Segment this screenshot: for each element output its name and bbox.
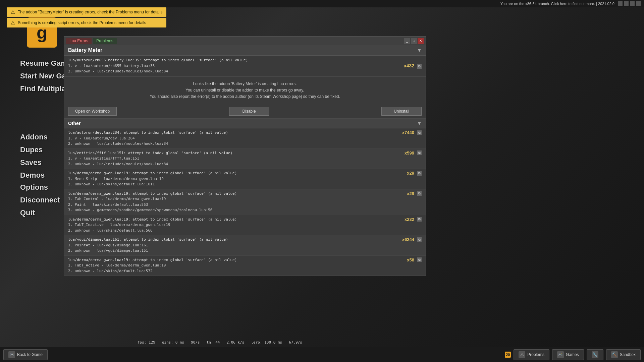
sidebar-section2: Addons Dupes Saves Demos <box>20 131 48 181</box>
branch-notice[interactable]: You are on the x86-64 branch. Click here… <box>500 2 614 6</box>
error-list[interactable]: lua/autorun/dev.lua:284: attempt to inde… <box>64 128 426 276</box>
error-main-line-4: lua/derma/derma_gwen.lua:19: attempt to … <box>68 217 401 223</box>
error-count-2: x29⧉ <box>407 171 422 176</box>
sandbox-icon-btn[interactable]: 🔧 <box>587 349 603 360</box>
error-sub-line-3-0: 1. Tab_Control - lua/derma/derma_gwen.lu… <box>68 196 404 202</box>
battery-error-text: lua/autorun/rb655_battery.lua:35: attemp… <box>68 58 404 74</box>
tab-problems[interactable]: Problems <box>93 38 117 44</box>
problems-button[interactable]: ⚠ Problems <box>514 349 549 360</box>
dialog-titlebar: Lua Errors Problems _ □ ✕ <box>64 37 426 45</box>
back-to-game-icon: 🎮 <box>8 351 15 358</box>
uninstall-button[interactable]: Uninstall <box>381 107 422 116</box>
copy-icon-6[interactable]: ⧉ <box>417 257 422 262</box>
battery-info-line-2: You can uninstall or disable the addon t… <box>68 87 422 94</box>
restore-icon[interactable] <box>630 1 635 6</box>
warning-banners: ⚠ The addon "BatteryMeter" is creating e… <box>7 7 166 27</box>
error-sub-line-2-0: 1. Menu_Strip - lua/derma/derma_gwen.lua… <box>68 176 404 182</box>
sidebar-item-dupes[interactable]: Dupes <box>20 144 48 156</box>
problems-icon: ⚠ <box>519 351 525 358</box>
battery-info-line-1: Looks like the addon 'Battery Meter' is … <box>68 81 422 87</box>
dialog-close-button[interactable]: ✕ <box>418 38 424 44</box>
warning-text-1: The addon "BatteryMeter" is creating err… <box>18 10 162 14</box>
sidebar-item-quit[interactable]: Quit <box>20 207 60 219</box>
net-stat: 2.06 k/s <box>226 340 244 345</box>
stats-bar: fps: 129 gins: 0 ns 90/s tn: 44 2.06 k/s… <box>134 337 644 347</box>
back-to-game-label: Back to Game <box>17 352 43 357</box>
copy-icon-3[interactable]: ⧉ <box>417 191 422 196</box>
error-sub-line-1-1: 2. unknown - lua/includes/modules/hook.l… <box>68 162 401 167</box>
games-icon: 🎮 <box>557 351 564 358</box>
error-sub-line-3-1: 2. Paint - lua/skins/default.lua:553 <box>68 202 404 208</box>
battery-error-line-1: 1. v - lua/autorun/rb655_battery.lua:35 <box>68 63 404 69</box>
battery-error-block: lua/autorun/rb655_battery.lua:35: attemp… <box>64 56 426 77</box>
copy-icon-2[interactable]: ⧉ <box>417 171 422 176</box>
error-count-1: x599⧉ <box>405 150 422 156</box>
battery-error-main: lua/autorun/rb655_battery.lua:35: attemp… <box>68 58 404 63</box>
warning-banner-2[interactable]: ⚠ Something is creating script errors, c… <box>7 18 166 27</box>
error-list-item-3: lua/derma/derma_gwen.lua:19: attempt to … <box>64 189 426 215</box>
error-item-text-3: lua/derma/derma_gwen.lua:19: attempt to … <box>68 191 404 213</box>
error-count-3: x29⧉ <box>407 191 422 196</box>
error-main-line-5: lua/vgui/dimage.lua:161: attempt to inde… <box>68 237 399 243</box>
warning-icon-2: ⚠ <box>11 20 15 25</box>
games-button[interactable]: 🎮 Games <box>552 349 584 360</box>
warning-banner-1[interactable]: ⚠ The addon "BatteryMeter" is creating e… <box>7 7 166 17</box>
error-sub-line-4-1: 2. unknown - lua/skins/default.lua:566 <box>68 228 401 234</box>
error-count-6: x58⧉ <box>407 257 422 262</box>
maximize-icon[interactable] <box>624 1 629 6</box>
perf2-stat: 67.9/s <box>289 340 302 345</box>
error-sub-line-6-0: 1. TabT_Active - lua/derma/derma_gwen.lu… <box>68 263 404 268</box>
top-bar: You are on the x86-64 branch. Click here… <box>0 0 644 7</box>
error-sub-line-5-0: 1. PaintAt - lua/vgui/dimage.lua:161 <box>68 243 399 248</box>
error-sub-line-3-2: 3. unknown - gamemodes/sandbox/gamemode/… <box>68 207 404 213</box>
error-sub-line-5-1: 2. unknown - lua/vgui/dimage.lua:151 <box>68 248 399 254</box>
sidebar-item-saves[interactable]: Saves <box>20 157 48 168</box>
error-main-line-3: lua/derma/derma_gwen.lua:19: attempt to … <box>68 191 404 197</box>
error-item-text-4: lua/derma/derma_gwen.lua:19: attempt to … <box>68 217 401 234</box>
open-workshop-button[interactable]: Open on Workshop <box>68 107 117 116</box>
error-sub-line-2-1: 2. unknown - lua/skins/default.lua:1011 <box>68 182 404 187</box>
top-bar-icons <box>618 1 641 6</box>
battery-copy-icon[interactable]: ⧉ <box>417 64 422 69</box>
sidebar-item-demos[interactable]: Demos <box>20 170 48 181</box>
fps-stat: fps: 129 <box>138 340 155 345</box>
battery-error-row: lua/autorun/rb655_battery.lua:35: attemp… <box>68 58 422 74</box>
copy-icon-4[interactable]: ⧉ <box>417 217 422 222</box>
error-list-item-1: lua/entities/ffff.lua:151: attempt to in… <box>64 149 426 169</box>
sidebar-item-disconnect[interactable]: Disconnect <box>20 194 60 206</box>
error-sub-line-4-0: 1. TabT_Inactive - lua/derma/derma_gwen.… <box>68 222 401 228</box>
disable-button[interactable]: Disable <box>229 107 269 116</box>
copy-icon-0[interactable]: ⧉ <box>417 130 422 135</box>
battery-meter-title: Battery Meter <box>68 47 102 53</box>
lua-errors-dialog: Lua Errors Problems _ □ ✕ Battery Meter … <box>64 36 426 276</box>
dialog-minimize-button[interactable]: _ <box>404 38 410 44</box>
sandbox-button[interactable]: 🔨 Sandbox <box>606 349 641 360</box>
warning-icon-1: ⚠ <box>11 9 15 15</box>
error-list-item-4: lua/derma/derma_gwen.lua:19: attempt to … <box>64 215 426 236</box>
copy-icon-1[interactable]: ⧉ <box>417 150 422 155</box>
back-to-game-button[interactable]: 🎮 Back to Game <box>3 349 48 360</box>
perf1-stat: 90/s <box>191 340 200 345</box>
copy-icon-5[interactable]: ⧉ <box>417 237 422 242</box>
minimize-icon[interactable] <box>618 1 623 6</box>
close-icon[interactable] <box>636 1 641 6</box>
error-sub-line-0-0: 1. v - lua/autorun/dev.lua:284 <box>68 136 399 141</box>
battery-info-line-3: You should also report the error(s) to t… <box>68 94 422 100</box>
error-list-item-0: lua/autorun/dev.lua:284: attempt to inde… <box>64 128 426 149</box>
dialog-maximize-button[interactable]: □ <box>411 38 417 44</box>
sandbox-btn-icon: 🔨 <box>611 351 618 358</box>
error-item-text-6: lua/derma/derma_gwen.lua:19: attempt to … <box>68 257 404 274</box>
gins-stat: gins: 0 ns <box>162 340 184 345</box>
sidebar-item-options[interactable]: Options <box>20 182 60 193</box>
other-section-collapse-arrow[interactable]: ▼ <box>417 121 422 126</box>
sidebar-item-addons[interactable]: Addons <box>20 131 48 143</box>
battery-section-collapse-arrow[interactable]: ▼ <box>417 48 422 53</box>
error-item-text-2: lua/derma/derma_gwen.lua:19: attempt to … <box>68 171 404 187</box>
games-label: Games <box>566 352 579 357</box>
error-list-item-2: lua/derma/derma_gwen.lua:19: attempt to … <box>64 169 426 189</box>
error-main-line-1: lua/entities/ffff.lua:151: attempt to in… <box>68 150 401 156</box>
tab-lua-errors[interactable]: Lua Errors <box>66 38 92 44</box>
error-item-text-0: lua/autorun/dev.lua:284: attempt to inde… <box>68 130 399 147</box>
error-count-0: x7440⧉ <box>402 130 422 135</box>
lerp-stat: lerp: 100.0 ms <box>251 340 282 345</box>
